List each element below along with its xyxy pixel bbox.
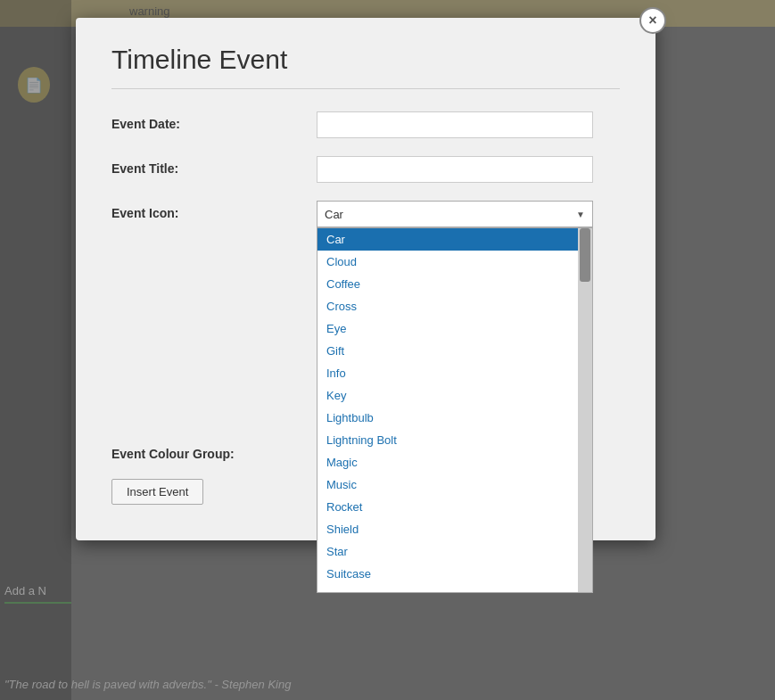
event-title-label: Event Title:: [111, 156, 317, 176]
event-title-wrap: [317, 156, 620, 183]
dropdown-item-suitcase[interactable]: Suitcase: [317, 563, 578, 585]
event-icon-wrap: Car ▼ Car Cloud Coffee Cross Eye Gift In…: [317, 201, 620, 227]
dropdown-item-key[interactable]: Key: [317, 384, 578, 407]
event-date-row: Event Date:: [111, 111, 620, 138]
event-title-row: Event Title:: [111, 156, 620, 183]
modal-divider: [111, 88, 620, 89]
event-icon-select[interactable]: Car ▼: [317, 201, 593, 227]
event-icon-label: Event Icon:: [111, 201, 317, 220]
dropdown-item-cloud[interactable]: Cloud: [317, 251, 578, 273]
dropdown-scrollbar[interactable]: [578, 228, 592, 592]
event-icon-row: Event Icon: Car ▼ Car Cloud Coffee Cross…: [111, 201, 620, 227]
dropdown-item-coffee[interactable]: Coffee: [317, 273, 578, 295]
dropdown-item-info[interactable]: Info: [317, 362, 578, 384]
close-button[interactable]: ×: [639, 7, 666, 34]
event-date-wrap: [317, 111, 620, 138]
icon-dropdown-list: Car Cloud Coffee Cross Eye Gift Info Key…: [317, 227, 593, 593]
dropdown-item-lightning-bolt[interactable]: Lightning Bolt: [317, 429, 578, 451]
dropdown-item-shield[interactable]: Shield: [317, 518, 578, 540]
event-title-input[interactable]: [317, 156, 593, 183]
modal-title: Timeline Event: [111, 45, 620, 75]
dropdown-item-telephone[interactable]: Telephone: [317, 585, 578, 592]
scrollbar-thumb: [580, 228, 590, 282]
dropdown-item-music[interactable]: Music: [317, 474, 578, 496]
dropdown-item-magic[interactable]: Magic: [317, 451, 578, 474]
dropdown-item-cross[interactable]: Cross: [317, 295, 578, 317]
event-date-label: Event Date:: [111, 111, 317, 131]
dropdown-item-rocket[interactable]: Rocket: [317, 496, 578, 518]
event-date-input[interactable]: [317, 111, 593, 138]
dropdown-item-star[interactable]: Star: [317, 540, 578, 563]
select-arrow-icon: ▼: [576, 210, 585, 219]
dropdown-item-car[interactable]: Car: [317, 228, 578, 251]
dropdown-item-lightbulb[interactable]: Lightbulb: [317, 407, 578, 429]
select-value: Car: [325, 208, 343, 221]
timeline-event-modal: × Timeline Event Event Date: Event Title…: [76, 18, 655, 540]
insert-event-button[interactable]: Insert Event: [111, 479, 203, 505]
dropdown-item-eye[interactable]: Eye: [317, 317, 578, 340]
event-colour-label: Event Colour Group:: [111, 441, 317, 461]
dropdown-item-gift[interactable]: Gift: [317, 340, 578, 362]
dropdown-items-container: Car Cloud Coffee Cross Eye Gift Info Key…: [317, 228, 578, 592]
